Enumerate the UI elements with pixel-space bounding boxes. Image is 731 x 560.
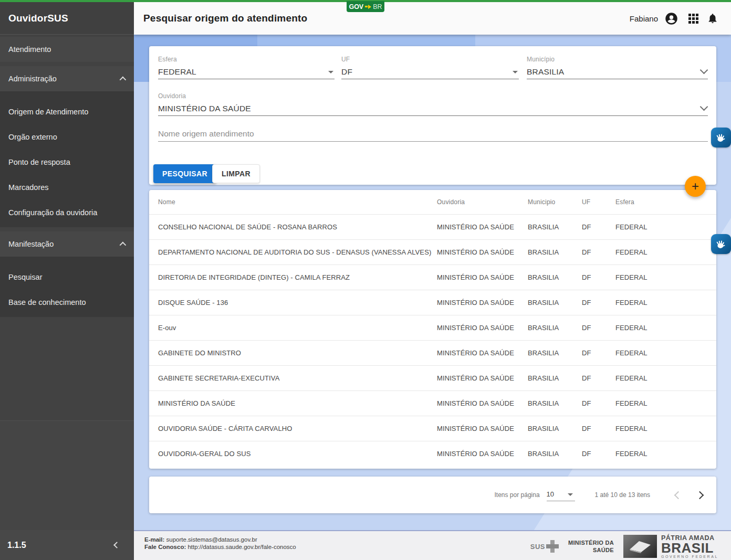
sidebar-item-label: Administração	[8, 75, 57, 83]
column-header-municipio: Municipio	[528, 198, 582, 206]
column-header-uf: UF	[582, 198, 615, 206]
vlibras-accessibility-icon[interactable]	[711, 128, 731, 147]
uf-select[interactable]: UF DF	[341, 56, 519, 79]
previous-page-icon[interactable]	[674, 491, 683, 499]
fale-conosco-label: Fale Conosco:	[144, 544, 186, 550]
cell-uf: DF	[582, 223, 615, 231]
next-page-icon[interactable]	[696, 491, 704, 499]
cell-municipio: BRASILIA	[528, 349, 582, 357]
cell-uf: DF	[582, 248, 615, 256]
sidebar-item-label: Origem de Atendimento	[8, 108, 88, 116]
sidebar-item-ponto-de-resposta[interactable]: Ponto de resposta	[0, 150, 134, 175]
sidebar-subpanel: PesquisarBase de conhecimento	[0, 257, 134, 317]
email-link[interactable]: suporte.sistemas@datasus.gov.br	[166, 536, 257, 543]
table-row[interactable]: OUVIDORIA SAÚDE - CÁRITA CARVALHOMINISTÉ…	[149, 416, 716, 441]
sidebar-footer: 1.1.5	[0, 530, 134, 560]
sidebar-item-base-de-conhecimento[interactable]: Base de conhecimento	[0, 290, 134, 315]
cell-ouvidoria: MINISTÉRIO DA SAÚDE	[437, 450, 528, 458]
cell-municipio: BRASILIA	[528, 399, 582, 407]
ministry-logo-text: MINISTÉRIO DA SAÚDE	[568, 539, 614, 554]
cell-uf: DF	[582, 425, 615, 432]
cell-uf: DF	[582, 399, 615, 407]
cell-esfera: FEDERAL	[615, 273, 707, 281]
cell-esfera: FEDERAL	[615, 399, 707, 407]
main-content: Esfera FEDERAL UF DF Município BRASILIA …	[134, 35, 731, 530]
sidebar-item-orgao-externo[interactable]: Orgão externo	[0, 124, 134, 150]
notifications-bell-icon[interactable]	[704, 9, 722, 27]
table-row[interactable]: CONSELHO NACIONAL DE SAÚDE - ROSANA BARR…	[149, 214, 716, 239]
pesquisar-button[interactable]: PESQUISAR	[153, 164, 216, 183]
table-header-row: Nome Ouvidoria Municipio UF Esfera	[149, 190, 716, 214]
chevron-up-icon	[120, 76, 127, 83]
results-table-card: Nome Ouvidoria Municipio UF Esfera CONSE…	[149, 190, 716, 469]
items-per-page-value: 10	[547, 490, 554, 498]
nome-origem-field	[158, 126, 708, 142]
user-name: Fabiano	[630, 14, 658, 23]
fale-conosco-link[interactable]: http://datasus.saude.gov.br/fale-conosco	[187, 544, 296, 550]
cell-nome: DIRETORIA DE INTEGRIDADE (DINTEG) - CAMI…	[158, 273, 437, 281]
cell-ouvidoria: MINISTÉRIO DA SAÚDE	[437, 349, 528, 357]
cell-esfera: FEDERAL	[615, 450, 707, 458]
table-row[interactable]: GABINETE DO MINISTROMINISTÉRIO DA SAÚDEB…	[149, 340, 716, 365]
ouvidoria-select[interactable]: Ouvidoria MINISTÉRIO DA SAÚDE	[158, 92, 708, 116]
sidebar-item-pesquisar[interactable]: Pesquisar	[0, 265, 134, 290]
cell-nome: GABINETE SECRETARIA-EXECUTIVA	[158, 374, 437, 382]
sidebar-item-configuracao-da-ouvidoria[interactable]: Configuração da ouvidoria	[0, 200, 134, 225]
table-row[interactable]: DEPARTAMENTO NACIONAL DE AUDITORIA DO SU…	[149, 239, 716, 265]
table-row[interactable]: DIRETORIA DE INTEGRIDADE (DINTEG) - CAMI…	[149, 265, 716, 290]
cell-municipio: BRASILIA	[528, 248, 582, 256]
cell-uf: DF	[582, 450, 615, 458]
cell-ouvidoria: MINISTÉRIO DA SAÚDE	[437, 399, 528, 407]
cell-ouvidoria: MINISTÉRIO DA SAÚDE	[437, 374, 528, 382]
cell-esfera: FEDERAL	[615, 299, 707, 307]
chevron-down-icon	[700, 103, 708, 111]
sidebar-item-administracao[interactable]: Administração	[0, 66, 134, 91]
nome-origem-input[interactable]	[158, 126, 708, 142]
cell-ouvidoria: MINISTÉRIO DA SAÚDE	[437, 223, 528, 231]
account-circle-icon[interactable]	[662, 9, 680, 27]
limpar-button[interactable]: LIMPAR	[212, 164, 260, 183]
municipio-select[interactable]: Município BRASILIA	[527, 56, 708, 79]
sidebar-item-marcadores[interactable]: Marcadores	[0, 175, 134, 200]
chevron-up-icon	[120, 241, 127, 248]
sidebar-spacer	[0, 317, 134, 420]
cell-nome: OUVIDORIA-GERAL DO SUS	[158, 450, 437, 458]
footer-contact-block: E-mail: suporte.sistemas@datasus.gov.br …	[144, 536, 296, 551]
cell-nome: GABINETE DO MINISTRO	[158, 349, 437, 357]
uf-label: UF	[341, 56, 519, 63]
add-origem-fab-button[interactable]: +	[685, 176, 706, 197]
table-row[interactable]: E-ouvMINISTÉRIO DA SAÚDEBRASILIADFFEDERA…	[149, 315, 716, 340]
table-body: CONSELHO NACIONAL DE SAÚDE - ROSANA BARR…	[149, 214, 716, 466]
cell-esfera: FEDERAL	[615, 223, 707, 231]
chevron-down-icon	[700, 66, 708, 75]
sidebar-item-manifestacao[interactable]: Manifestação	[0, 231, 134, 257]
cell-municipio: BRASILIA	[528, 273, 582, 281]
cell-esfera: FEDERAL	[615, 324, 707, 332]
ouvidoria-value: MINISTÉRIO DA SAÚDE	[158, 104, 251, 113]
cell-municipio: BRASILIA	[528, 223, 582, 231]
sidebar-item-atendimento[interactable]: Atendimento	[0, 37, 134, 62]
table-row[interactable]: GABINETE SECRETARIA-EXECUTIVAMINISTÉRIO …	[149, 365, 716, 390]
table-row[interactable]: OUVIDORIA-GERAL DO SUSMINISTÉRIO DA SAÚD…	[149, 441, 716, 466]
cell-municipio: BRASILIA	[528, 299, 582, 307]
sidebar-item-label: Ponto de resposta	[8, 158, 70, 166]
vlibras-accessibility-icon[interactable]	[711, 234, 731, 254]
sidebar-header: OuvidorSUS	[0, 2, 134, 35]
pagination-card: Itens por página 10 1 até 10 de 13 itens	[149, 477, 716, 513]
cell-uf: DF	[582, 299, 615, 307]
govbr-arrow-icon	[365, 6, 368, 7]
sidebar: OuvidorSUS AtendimentoAdministraçãoOrige…	[0, 2, 134, 560]
table-row[interactable]: DISQUE SAÚDE - 136MINISTÉRIO DA SAÚDEBRA…	[149, 290, 716, 315]
esfera-label: Esfera	[158, 56, 335, 63]
sidebar-subpanel: Origem de AtendimentoOrgão externoPonto …	[0, 91, 134, 227]
cell-municipio: BRASILIA	[528, 324, 582, 332]
sidebar-item-origem-de-atendimento[interactable]: Origem de Atendimento	[0, 99, 134, 124]
apps-grid-icon[interactable]	[688, 14, 698, 24]
table-row[interactable]: MINISTÉRIO DA SAÚDEMINISTÉRIO DA SAÚDEBR…	[149, 390, 716, 416]
collapse-sidebar-icon[interactable]	[113, 542, 120, 548]
items-per-page-select[interactable]: 10	[547, 489, 575, 501]
appbar: Pesquisar origem do atendimento Fabiano	[134, 2, 731, 35]
cell-esfera: FEDERAL	[615, 248, 707, 256]
esfera-select[interactable]: Esfera FEDERAL	[158, 56, 335, 79]
sidebar-item-label: Base de conhecimento	[8, 298, 86, 307]
